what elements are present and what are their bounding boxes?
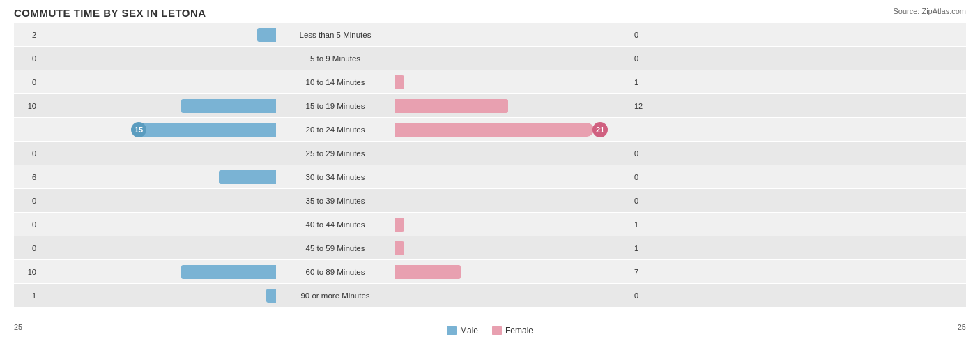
value-male: 0 [14,149,39,158]
value-female: 1 [631,244,657,252]
bar-male [257,28,276,42]
value-male: 0 [14,78,39,86]
row-label: 40 to 44 Minutes [276,220,395,229]
legend: Male Female [447,326,533,335]
row-label: 45 to 59 Minutes [276,244,395,252]
source-label: Source: ZipAtlas.com [893,7,966,15]
legend-female: Female [492,326,533,335]
table-row: 190 or more Minutes0 [14,284,966,307]
row-label: Less than 5 Minutes [276,31,395,39]
legend-male: Male [447,326,478,335]
bar-female [395,218,404,232]
bar-female [395,99,508,113]
row-label: 35 to 39 Minutes [276,197,395,205]
row-label: 15 to 19 Minutes [276,102,395,110]
row-label: 10 to 14 Minutes [276,78,395,86]
chart-title: COMMUTE TIME BY SEX IN LETONA [14,7,966,19]
legend-male-box [447,326,457,335]
bar-male [219,170,276,184]
value-female-circle: 21 [592,122,608,137]
row-label: 30 to 34 Minutes [276,173,395,181]
value-male: 10 [14,102,39,110]
bar-female [395,265,461,279]
bar-female [395,75,404,89]
bar-male [134,123,276,137]
value-male: 0 [14,54,39,63]
row-label: 60 to 89 Minutes [276,268,395,276]
value-female: 7 [631,268,657,276]
table-row: 1060 to 89 Minutes7 [14,260,966,283]
chart-container: COMMUTE TIME BY SEX IN LETONA Source: Zi… [0,0,980,364]
row-label: 90 or more Minutes [276,291,395,300]
row-label: 5 to 9 Minutes [276,54,395,63]
value-male-circle: 15 [131,122,146,137]
value-female: 12 [631,102,657,110]
value-male: 0 [14,220,39,229]
row-label: 20 to 24 Minutes [276,126,395,134]
legend-female-box [492,326,502,335]
table-row: 1520 to 24 Minutes21 [14,118,966,141]
chart-area: 2Less than 5 Minutes005 to 9 Minutes0010… [14,23,966,323]
row-label: 25 to 29 Minutes [276,149,395,158]
axis-left-label: 25 [14,323,22,335]
legend-female-label: Female [505,326,533,335]
value-female: 0 [631,31,657,39]
table-row: 1015 to 19 Minutes12 [14,94,966,117]
bar-female [395,123,594,137]
table-row: 2Less than 5 Minutes0 [14,23,966,46]
value-female: 1 [631,78,657,86]
value-male: 10 [14,268,39,276]
value-male: 6 [14,173,39,181]
value-male: 0 [14,244,39,252]
table-row: 630 to 34 Minutes0 [14,165,966,188]
value-female: 0 [631,197,657,205]
value-female: 0 [631,149,657,158]
table-row: 05 to 9 Minutes0 [14,47,966,70]
legend-male-label: Male [460,326,478,335]
value-female: 1 [631,220,657,229]
value-male: 2 [14,31,39,39]
bar-male [181,99,276,113]
axis-right-label: 25 [958,323,966,335]
bar-female [395,241,404,255]
bar-male [266,289,276,303]
table-row: 045 to 59 Minutes1 [14,236,966,259]
table-row: 040 to 44 Minutes1 [14,213,966,236]
bar-male [181,265,276,279]
value-female: 0 [631,173,657,181]
value-male: 1 [14,291,39,300]
table-row: 025 to 29 Minutes0 [14,142,966,165]
value-male: 0 [14,197,39,205]
value-female: 0 [631,54,657,63]
value-female: 0 [631,291,657,300]
table-row: 010 to 14 Minutes1 [14,70,966,93]
table-row: 035 to 39 Minutes0 [14,189,966,212]
